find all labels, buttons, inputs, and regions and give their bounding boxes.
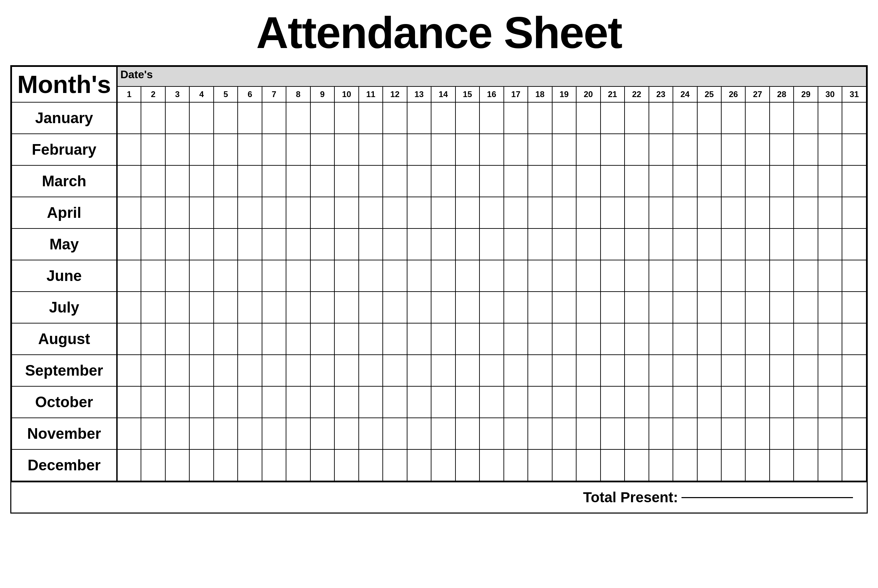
cell-october-3[interactable] <box>165 386 189 418</box>
cell-august-31[interactable] <box>842 323 866 355</box>
cell-november-27[interactable] <box>745 418 769 449</box>
cell-july-9[interactable] <box>310 292 334 323</box>
cell-september-15[interactable] <box>455 355 479 386</box>
cell-november-15[interactable] <box>455 418 479 449</box>
cell-february-15[interactable] <box>455 134 479 165</box>
cell-august-24[interactable] <box>673 323 697 355</box>
cell-october-22[interactable] <box>625 386 649 418</box>
cell-july-2[interactable] <box>141 292 165 323</box>
cell-september-3[interactable] <box>165 355 189 386</box>
cell-may-8[interactable] <box>286 228 310 260</box>
cell-november-13[interactable] <box>407 418 431 449</box>
cell-march-3[interactable] <box>165 165 189 197</box>
cell-february-26[interactable] <box>721 134 745 165</box>
cell-august-30[interactable] <box>818 323 842 355</box>
cell-july-29[interactable] <box>794 292 818 323</box>
cell-september-9[interactable] <box>310 355 334 386</box>
cell-february-11[interactable] <box>359 134 383 165</box>
cell-august-6[interactable] <box>238 323 262 355</box>
cell-february-4[interactable] <box>189 134 213 165</box>
cell-december-7[interactable] <box>262 449 286 481</box>
cell-june-13[interactable] <box>407 260 431 292</box>
cell-september-14[interactable] <box>431 355 455 386</box>
cell-may-24[interactable] <box>673 228 697 260</box>
cell-january-17[interactable] <box>504 102 528 134</box>
cell-november-3[interactable] <box>165 418 189 449</box>
cell-december-13[interactable] <box>407 449 431 481</box>
cell-may-7[interactable] <box>262 228 286 260</box>
cell-july-11[interactable] <box>359 292 383 323</box>
cell-august-25[interactable] <box>697 323 721 355</box>
cell-april-31[interactable] <box>842 197 866 228</box>
cell-october-25[interactable] <box>697 386 721 418</box>
cell-april-1[interactable] <box>117 197 141 228</box>
cell-september-11[interactable] <box>359 355 383 386</box>
cell-july-3[interactable] <box>165 292 189 323</box>
cell-february-17[interactable] <box>504 134 528 165</box>
cell-february-30[interactable] <box>818 134 842 165</box>
cell-july-21[interactable] <box>601 292 625 323</box>
cell-june-28[interactable] <box>770 260 794 292</box>
cell-april-30[interactable] <box>818 197 842 228</box>
cell-june-30[interactable] <box>818 260 842 292</box>
cell-december-6[interactable] <box>238 449 262 481</box>
cell-april-17[interactable] <box>504 197 528 228</box>
cell-march-20[interactable] <box>576 165 600 197</box>
cell-december-22[interactable] <box>625 449 649 481</box>
cell-july-7[interactable] <box>262 292 286 323</box>
cell-july-14[interactable] <box>431 292 455 323</box>
cell-march-28[interactable] <box>770 165 794 197</box>
cell-june-17[interactable] <box>504 260 528 292</box>
cell-december-2[interactable] <box>141 449 165 481</box>
cell-may-31[interactable] <box>842 228 866 260</box>
cell-august-7[interactable] <box>262 323 286 355</box>
cell-june-22[interactable] <box>625 260 649 292</box>
cell-april-21[interactable] <box>601 197 625 228</box>
cell-march-12[interactable] <box>383 165 407 197</box>
cell-september-28[interactable] <box>770 355 794 386</box>
cell-september-10[interactable] <box>334 355 358 386</box>
cell-october-7[interactable] <box>262 386 286 418</box>
cell-june-9[interactable] <box>310 260 334 292</box>
cell-october-19[interactable] <box>552 386 576 418</box>
cell-may-26[interactable] <box>721 228 745 260</box>
cell-august-20[interactable] <box>576 323 600 355</box>
cell-june-8[interactable] <box>286 260 310 292</box>
cell-may-10[interactable] <box>334 228 358 260</box>
cell-august-27[interactable] <box>745 323 769 355</box>
cell-february-14[interactable] <box>431 134 455 165</box>
cell-december-8[interactable] <box>286 449 310 481</box>
cell-january-27[interactable] <box>745 102 769 134</box>
cell-february-20[interactable] <box>576 134 600 165</box>
cell-july-6[interactable] <box>238 292 262 323</box>
cell-february-3[interactable] <box>165 134 189 165</box>
cell-july-13[interactable] <box>407 292 431 323</box>
cell-august-28[interactable] <box>770 323 794 355</box>
cell-february-10[interactable] <box>334 134 358 165</box>
cell-august-8[interactable] <box>286 323 310 355</box>
cell-june-1[interactable] <box>117 260 141 292</box>
cell-february-27[interactable] <box>745 134 769 165</box>
cell-august-14[interactable] <box>431 323 455 355</box>
cell-march-9[interactable] <box>310 165 334 197</box>
cell-june-23[interactable] <box>649 260 673 292</box>
cell-march-25[interactable] <box>697 165 721 197</box>
cell-april-11[interactable] <box>359 197 383 228</box>
cell-september-2[interactable] <box>141 355 165 386</box>
cell-october-21[interactable] <box>601 386 625 418</box>
cell-december-28[interactable] <box>770 449 794 481</box>
cell-march-16[interactable] <box>479 165 503 197</box>
cell-january-3[interactable] <box>165 102 189 134</box>
cell-january-20[interactable] <box>576 102 600 134</box>
cell-december-10[interactable] <box>334 449 358 481</box>
cell-november-1[interactable] <box>117 418 141 449</box>
cell-february-23[interactable] <box>649 134 673 165</box>
cell-september-21[interactable] <box>601 355 625 386</box>
cell-october-18[interactable] <box>528 386 552 418</box>
cell-july-26[interactable] <box>721 292 745 323</box>
cell-july-22[interactable] <box>625 292 649 323</box>
cell-september-30[interactable] <box>818 355 842 386</box>
cell-march-14[interactable] <box>431 165 455 197</box>
cell-may-1[interactable] <box>117 228 141 260</box>
cell-august-11[interactable] <box>359 323 383 355</box>
